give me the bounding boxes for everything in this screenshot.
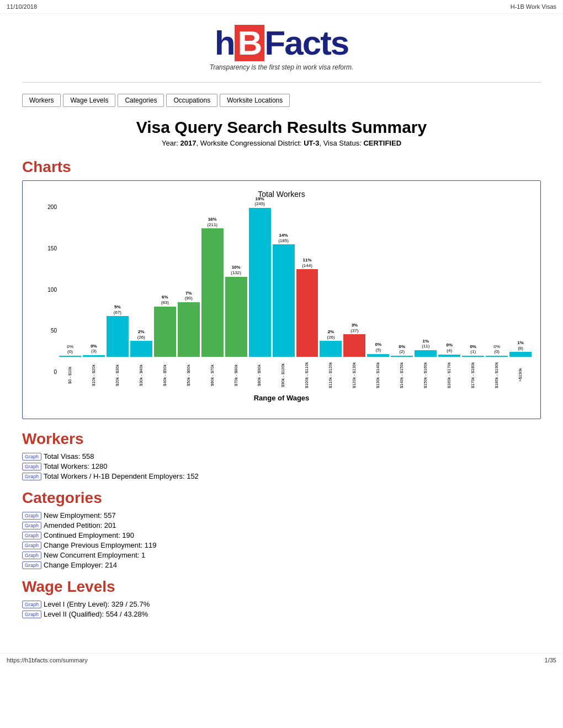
stat-text: Change Employer: 214: [44, 561, 117, 569]
y-label: 150: [31, 245, 59, 251]
bar: [486, 356, 508, 357]
bar-group: 1%(11)$150k - $160k: [415, 339, 437, 392]
wage-stat-line: GraphLevel I (Entry Level): 329 / 25.7%: [22, 600, 541, 608]
logo-facts: Facts: [264, 24, 348, 62]
bar-label-top: 0%(0): [493, 344, 500, 355]
graph-button[interactable]: Graph: [22, 522, 41, 529]
bar-label-top: 0%(0): [67, 344, 73, 355]
bar: [296, 269, 318, 357]
chart-area: 050100150200 0%(0)$0 - $10k0%(3)$10k - $…: [31, 204, 532, 392]
bar-x-label: $10k - $20k: [92, 358, 96, 392]
district-label: Worksite Congressional District:: [200, 139, 302, 147]
graph-button[interactable]: Graph: [22, 532, 41, 539]
bar: [367, 354, 389, 357]
bar-x-label: $130k - $140k: [376, 358, 380, 392]
bar-x-label: $0 - $10k: [68, 358, 72, 392]
stat-text: Continued Employment: 190: [44, 531, 134, 539]
chart-container: Total Workers 050100150200 0%(0)$0 - $10…: [22, 180, 541, 419]
graph-button[interactable]: Graph: [22, 542, 41, 549]
wage-stat-line: GraphLevel II (Qualified): 554 / 43.28%: [22, 610, 541, 618]
bar-group: 5%(67)$20k - $30k: [107, 304, 129, 392]
bar: [107, 316, 129, 357]
bar-x-label: $60k - $70k: [210, 358, 215, 392]
logo-b: B: [235, 25, 265, 61]
graph-button[interactable]: Graph: [22, 473, 41, 480]
stat-text: Total Workers / H-1B Dependent Employers…: [44, 472, 199, 480]
bar-label-top: 0%(3): [91, 344, 97, 354]
bar-label-top: 7%(90): [185, 291, 193, 301]
nav-tabs: WorkersWage LevelsCategoriesOccupationsW…: [0, 88, 563, 113]
categories-stat-line: GraphContinued Employment: 190: [22, 531, 541, 539]
bar-group: 10%(132)$70k - $80k: [225, 265, 247, 392]
wage-levels-section-title: Wage Levels: [22, 578, 541, 596]
stat-text: Change Previous Employment: 119: [44, 541, 157, 549]
bar-x-label: $50k - $60k: [187, 358, 191, 392]
nav-tab-categories[interactable]: Categories: [118, 94, 164, 107]
bar-label-top: 2%(26): [137, 329, 145, 340]
nav-tab-worksite-locations[interactable]: Worksite Locations: [220, 94, 290, 107]
bar-group: 16%(211)$60k - $70k: [201, 217, 224, 392]
graph-button[interactable]: Graph: [22, 463, 41, 470]
bar-label-top: 10%(132): [231, 265, 241, 275]
bar-group: 1%(8)>$190k: [509, 340, 532, 392]
y-label: 200: [31, 204, 59, 210]
graph-button[interactable]: Graph: [22, 611, 41, 618]
graph-button[interactable]: Graph: [22, 561, 41, 569]
bar-x-label: $170k - $180k: [471, 358, 475, 392]
bar-x-label: $160k - $170k: [447, 358, 452, 392]
nav-tab-workers[interactable]: Workers: [22, 94, 61, 107]
workers-section-title: Workers: [22, 430, 541, 448]
bar: [154, 307, 176, 357]
bar: [178, 302, 200, 357]
bar-group: 0%(1)$170k - $180k: [462, 344, 484, 392]
logo-h: h: [215, 24, 235, 62]
bar: [438, 355, 460, 357]
bar-x-label: $70k - $80k: [234, 358, 238, 392]
bar-x-label: $80k - $90k: [257, 358, 262, 392]
bar-x-label: $20k - $30k: [115, 358, 120, 392]
bar-group: 0%(0)$180k - $190k: [486, 344, 508, 392]
bar-x-label: $100k - $110k: [305, 358, 309, 392]
nav-tab-occupations[interactable]: Occupations: [166, 94, 217, 107]
categories-stats: GraphNew Employment: 557GraphAmended Pet…: [22, 511, 541, 569]
logo: hBFacts Transparency is the first step i…: [210, 25, 354, 71]
bar: [391, 356, 413, 357]
graph-button[interactable]: Graph: [22, 552, 41, 559]
page-title: Visa Query Search Results Summary: [22, 118, 541, 137]
bar-group: 0%(3)$10k - $20k: [83, 344, 105, 392]
bar-group: 0%(0)$0 - $10k: [59, 344, 81, 392]
bars-wrapper: 0%(0)$0 - $10k0%(3)$10k - $20k5%(67)$20k…: [59, 204, 532, 392]
bar: [415, 350, 437, 357]
bar-label-top: 6%(83): [161, 295, 169, 305]
bar-label-top: 2%(26): [327, 329, 334, 340]
stat-text: Total Workers: 1280: [44, 462, 107, 470]
x-axis-title: Range of Wages: [31, 394, 532, 402]
logo-divider: [22, 82, 541, 83]
workers-stat-line: GraphTotal Visas: 558: [22, 452, 541, 461]
bar-x-label: $30k - $40k: [139, 358, 144, 392]
graph-button[interactable]: Graph: [22, 512, 41, 520]
y-axis: 050100150200: [31, 204, 59, 375]
bar-label-top: 3%(37): [350, 323, 358, 333]
bar-group: 6%(83)$40k - $50k: [154, 295, 176, 392]
bar: [201, 228, 224, 357]
browser-bar: 11/10/2018 H-1B Work Visas: [0, 0, 563, 14]
page-content: Visa Query Search Results Summary Year: …: [0, 118, 563, 642]
district-value: UT-3: [304, 139, 319, 147]
bar-label-top: 0%(1): [470, 344, 476, 355]
stat-text: New Employment: 557: [44, 511, 116, 520]
nav-tab-wage-levels[interactable]: Wage Levels: [63, 94, 115, 107]
bar-group: 19%(245)$80k - $90k: [249, 196, 271, 392]
graph-button[interactable]: Graph: [22, 601, 41, 608]
charts-section-title: Charts: [22, 158, 541, 176]
bar: [83, 355, 105, 357]
bar-label-top: 14%(185): [278, 233, 289, 243]
bar-group: 14%(185)$90k - $100k: [273, 233, 295, 392]
y-label: 100: [31, 287, 59, 293]
graph-button[interactable]: Graph: [22, 453, 41, 461]
bar: [249, 208, 271, 357]
stat-text: New Concurrent Employment: 1: [44, 551, 145, 559]
y-label: 0: [31, 369, 59, 375]
bar-label-top: 5%(67): [114, 304, 121, 315]
page-subtitle: Year: 2017, Worksite Congressional Distr…: [22, 139, 541, 147]
